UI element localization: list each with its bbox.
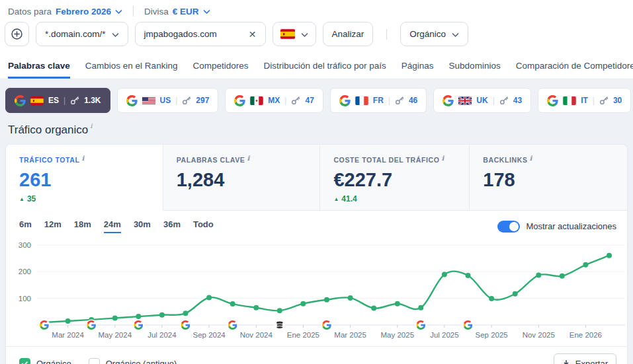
info-icon: i — [81, 155, 84, 164]
data-point — [183, 310, 189, 316]
info-icon: i — [530, 155, 532, 164]
metric-tab[interactable]: BACKLINKS i 178 — [470, 145, 627, 211]
metric-tab[interactable]: TRÁFICO TOTAL i 261 ▲ 35 — [6, 145, 163, 211]
data-point — [513, 291, 518, 297]
metric-value: 261 — [19, 169, 149, 191]
divider: | — [493, 96, 495, 105]
plus-circle-icon — [11, 28, 22, 40]
legend-checkbox-item[interactable]: Orgánico (antiguo) — [89, 358, 177, 364]
export-label: Exportar — [575, 359, 608, 364]
data-point — [583, 262, 588, 268]
time-range-option[interactable]: 18m — [74, 219, 91, 233]
keyword-count: 30 — [613, 96, 622, 105]
updates-toggle-wrap: Mostrar actualizaciones — [497, 221, 616, 233]
date-selector[interactable]: Febrero 2026 — [56, 7, 122, 17]
checkbox[interactable] — [89, 358, 100, 364]
legend-label: Orgánico — [36, 359, 71, 364]
tab[interactable]: Comparación de Competidores — [516, 57, 633, 79]
divider — [133, 6, 134, 17]
tab[interactable]: Competidores — [192, 57, 248, 79]
svg-text:Sep 2025: Sep 2025 — [475, 331, 507, 339]
domain-search-field[interactable]: jmpabogados.com ✕ — [135, 22, 266, 46]
legend-checkbox-item[interactable]: Orgánico — [19, 358, 71, 364]
show-updates-label: Mostrar actualizaciones — [526, 221, 616, 231]
keywords-icon — [395, 96, 404, 105]
checkbox[interactable] — [19, 358, 30, 364]
country-flag-icon — [355, 96, 368, 105]
country-card[interactable]: FR | 46 — [330, 88, 427, 113]
svg-text:May 2025: May 2025 — [381, 331, 415, 339]
tabs: Palabras claveCambios en el RankingCompe… — [0, 53, 633, 79]
country-card[interactable]: ES | 1.3K — [5, 88, 110, 113]
data-point — [536, 273, 541, 278]
organico-dropdown[interactable]: Orgánico — [400, 22, 468, 46]
google-icon — [443, 95, 454, 106]
domain-search-value: jmpabogados.com — [144, 29, 217, 39]
data-point — [466, 273, 471, 278]
url-pattern-value: *.domain.com/* — [45, 29, 106, 39]
country-code: FR — [373, 96, 384, 105]
clear-search-icon[interactable]: ✕ — [249, 29, 257, 40]
svg-text:Jul 2024: Jul 2024 — [148, 331, 177, 339]
tab[interactable]: Cambios en el Ranking — [85, 57, 178, 79]
country-flag-icon — [563, 96, 576, 105]
tab[interactable]: Subdominios — [449, 57, 501, 79]
keyword-count: 43 — [513, 96, 522, 105]
keywords-icon — [70, 96, 79, 105]
country-cards-row: ES | 1.3K US | 297 MX | 47 FR | 46 — [5, 88, 628, 113]
data-point — [112, 316, 118, 321]
svg-text:Sep 2024: Sep 2024 — [192, 331, 226, 339]
svg-text:May 2024: May 2024 — [99, 331, 132, 339]
traffic-line — [44, 256, 609, 322]
country-flag-dropdown[interactable] — [273, 22, 316, 46]
download-icon — [562, 360, 570, 364]
google-icon — [234, 95, 245, 106]
section-title-row: Tráfico organico i — [5, 113, 628, 144]
svg-text:300: 300 — [19, 241, 31, 249]
keywords-icon — [182, 96, 191, 105]
svg-text:Ene 2025: Ene 2025 — [287, 331, 319, 339]
svg-text:Nov 2024: Nov 2024 — [240, 331, 273, 339]
keywords-icon — [291, 96, 300, 105]
keyword-count: 1.3K — [84, 96, 101, 105]
export-button[interactable]: Exportar — [554, 353, 616, 364]
country-card[interactable]: IT | 30 — [538, 88, 631, 113]
data-point — [395, 301, 400, 307]
show-updates-toggle[interactable] — [497, 221, 520, 233]
divider: | — [593, 96, 595, 105]
time-range-option[interactable]: 36m — [163, 219, 181, 233]
legend-label: Orgánico (antiguo) — [106, 359, 177, 364]
currency-selector[interactable]: € EUR — [173, 7, 210, 17]
data-point — [65, 318, 71, 324]
tab[interactable]: Palabras clave — [8, 57, 70, 79]
metric-tabs: TRÁFICO TOTAL i 261 ▲ 35 PALABRAS CLAVE … — [6, 145, 627, 211]
country-card[interactable]: US | 297 — [117, 88, 219, 113]
analizar-button[interactable]: Analizar — [323, 22, 374, 46]
info-icon: i — [441, 155, 444, 164]
keyword-count: 297 — [196, 96, 209, 105]
add-comparison-button[interactable] — [5, 22, 29, 46]
data-point — [607, 253, 612, 258]
country-code: ES — [48, 96, 59, 105]
time-range-option[interactable]: 6m — [19, 219, 32, 233]
metric-tab[interactable]: PALABRAS CLAVE i 1,284 — [163, 145, 321, 211]
data-point — [418, 305, 423, 310]
divider: | — [284, 96, 286, 105]
time-range-option[interactable]: 24m — [104, 219, 121, 233]
search-row: *.domain.com/* jmpabogados.com ✕ Analiza… — [0, 20, 633, 53]
metric-label: BACKLINKS — [483, 156, 527, 164]
divider: | — [63, 96, 65, 105]
metric-delta-value: 35 — [27, 194, 36, 203]
url-pattern-dropdown[interactable]: *.domain.com/* — [36, 22, 128, 46]
metric-tab[interactable]: COSTE TOTAL DEL TRÁFICO i €227.7 ▲ 41.4 — [320, 145, 470, 211]
time-range-option[interactable]: 30m — [134, 219, 151, 233]
time-range-option[interactable]: Todo — [193, 219, 214, 233]
traffic-card: TRÁFICO TOTAL i 261 ▲ 35 PALABRAS CLAVE … — [5, 144, 628, 364]
metric-delta-value: 41.4 — [341, 194, 357, 203]
tab[interactable]: Distribución del tráfico por país — [263, 57, 386, 79]
country-card[interactable]: MX | 47 — [225, 88, 323, 113]
metric-label: COSTE TOTAL DEL TRÁFICO — [333, 156, 439, 164]
country-card[interactable]: UK | 43 — [433, 88, 531, 113]
tab[interactable]: Páginas — [401, 57, 434, 79]
time-range-option[interactable]: 12m — [44, 219, 62, 233]
